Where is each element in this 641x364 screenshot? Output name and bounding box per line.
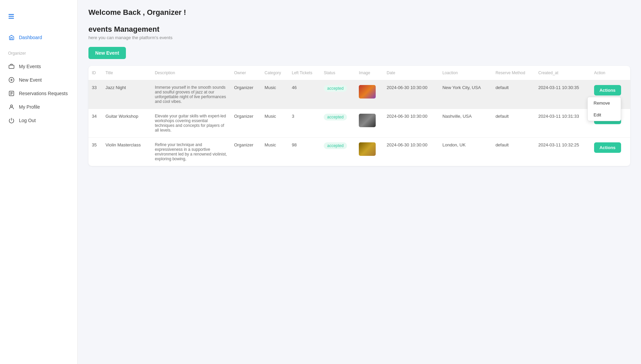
cell-location: New York City, USA	[439, 80, 492, 109]
sidebar-label-my-profile: My Profile	[19, 104, 40, 110]
user-icon	[8, 104, 15, 110]
col-action: Action	[591, 66, 630, 80]
edit-option[interactable]: Edit	[588, 109, 621, 121]
col-description: Description	[152, 66, 231, 80]
svg-rect-0	[9, 65, 14, 68]
cell-description: Elevate your guitar skills with expert-l…	[152, 109, 231, 138]
sidebar-item-my-profile[interactable]: My Profile	[0, 100, 77, 114]
event-image	[359, 114, 376, 127]
cell-category: Music	[261, 109, 289, 138]
col-image: Image	[355, 66, 383, 80]
col-location: Loaction	[439, 66, 492, 80]
table-row: 33 Jazz Night Immerse yourself in the sm…	[88, 80, 630, 109]
col-left-tickets: Left Tickets	[289, 66, 321, 80]
sidebar: ≡ Dashboard Organizer My Events New Even…	[0, 0, 78, 364]
actions-dropdown-0: Remove Edit	[587, 97, 621, 121]
cell-status: accepted	[320, 80, 355, 109]
cell-id: 33	[88, 80, 102, 109]
cell-reserve-method: default	[492, 80, 535, 109]
cell-date: 2024-06-30 10:30:00	[383, 109, 439, 138]
page-title: events Management	[88, 25, 630, 34]
cell-title: Jazz Night	[102, 80, 151, 109]
actions-wrapper: Actions Remove Edit	[594, 85, 621, 95]
cell-location: Nashville, USA	[439, 109, 492, 138]
cell-description: Immerse yourself in the smooth sounds an…	[152, 80, 231, 109]
cell-title: Guitar Workshop	[102, 109, 151, 138]
new-event-button[interactable]: New Event	[88, 47, 126, 59]
cell-left-tickets: 98	[289, 138, 321, 166]
svg-point-8	[10, 105, 12, 107]
cell-image	[355, 109, 383, 138]
cell-location: London, UK	[439, 138, 492, 166]
cell-reserve-method: default	[492, 138, 535, 166]
cell-category: Music	[261, 80, 289, 109]
cell-action: Actions Remove Edit	[591, 138, 630, 166]
cell-status: accepted	[320, 109, 355, 138]
cell-id: 34	[88, 109, 102, 138]
main-content: Welcome Back , Organizer ! events Manage…	[78, 0, 641, 364]
sidebar-item-my-events[interactable]: My Events	[0, 60, 77, 73]
sidebar-item-dashboard[interactable]: Dashboard	[0, 31, 77, 44]
cell-status: accepted	[320, 138, 355, 166]
cell-created-at: 2024-03-11 10:30:35	[535, 80, 591, 109]
ticket-icon	[8, 63, 15, 70]
sidebar-label-new-event: New Event	[19, 77, 42, 83]
sidebar-item-new-event[interactable]: New Event	[0, 73, 77, 87]
col-category: Category	[261, 66, 289, 80]
cell-description: Refine your technique and expressiveness…	[152, 138, 231, 166]
col-title: Title	[102, 66, 151, 80]
col-owner: Owner	[231, 66, 261, 80]
plus-circle-icon	[8, 77, 15, 83]
event-image	[359, 85, 376, 99]
cell-created-at: 2024-03-11 10:32:25	[535, 138, 591, 166]
event-image	[359, 142, 376, 156]
cell-date: 2024-06-30 10:30:00	[383, 138, 439, 166]
logo: ≡	[0, 7, 77, 31]
sidebar-label-logout: Log Out	[19, 118, 36, 123]
table-row: 35 Violin Masterclass Refine your techni…	[88, 138, 630, 166]
list-icon	[8, 90, 15, 97]
cell-date: 2024-06-30 10:30:00	[383, 80, 439, 109]
cell-image	[355, 138, 383, 166]
status-badge: accepted	[324, 142, 347, 149]
events-table: ID Title Description Owner Category Left…	[88, 66, 630, 166]
cell-action: Actions Remove Edit	[591, 80, 630, 109]
table-row: 34 Guitar Workshop Elevate your guitar s…	[88, 109, 630, 138]
sidebar-label-reservations: Reservations Requests	[19, 91, 68, 96]
sidebar-label-dashboard: Dashboard	[19, 35, 42, 40]
col-reserve-method: Reserve Method	[492, 66, 535, 80]
status-badge: accepted	[324, 85, 347, 92]
welcome-heading: Welcome Back , Organizer !	[88, 8, 630, 17]
cell-left-tickets: 3	[289, 109, 321, 138]
remove-option[interactable]: Remove	[588, 97, 621, 109]
page-subtitle: here you can manage the platform's event…	[88, 35, 630, 40]
events-table-container: ID Title Description Owner Category Left…	[88, 66, 630, 166]
cell-reserve-method: default	[492, 109, 535, 138]
status-badge: accepted	[324, 114, 347, 120]
actions-button-0[interactable]: Actions	[594, 85, 621, 95]
cell-owner: Organizer	[231, 80, 261, 109]
power-icon	[8, 117, 15, 124]
actions-wrapper: Actions Remove Edit	[594, 142, 621, 153]
cell-owner: Organizer	[231, 109, 261, 138]
home-icon	[8, 34, 15, 41]
cell-title: Violin Masterclass	[102, 138, 151, 166]
col-status: Status	[320, 66, 355, 80]
col-created-at: Created_at	[535, 66, 591, 80]
sidebar-item-reservations[interactable]: Reservations Requests	[0, 87, 77, 100]
cell-left-tickets: 46	[289, 80, 321, 109]
col-date: Date	[383, 66, 439, 80]
cell-category: Music	[261, 138, 289, 166]
sidebar-item-logout[interactable]: Log Out	[0, 114, 77, 127]
sidebar-section: Organizer	[0, 48, 77, 58]
cell-id: 35	[88, 138, 102, 166]
col-id: ID	[88, 66, 102, 80]
cell-image	[355, 80, 383, 109]
actions-button-2[interactable]: Actions	[594, 142, 621, 153]
sidebar-label-my-events: My Events	[19, 64, 41, 69]
cell-created-at: 2024-03-11 10:31:33	[535, 109, 591, 138]
table-header-row: ID Title Description Owner Category Left…	[88, 66, 630, 80]
table-body: 33 Jazz Night Immerse yourself in the sm…	[88, 80, 630, 166]
cell-owner: Organizer	[231, 138, 261, 166]
